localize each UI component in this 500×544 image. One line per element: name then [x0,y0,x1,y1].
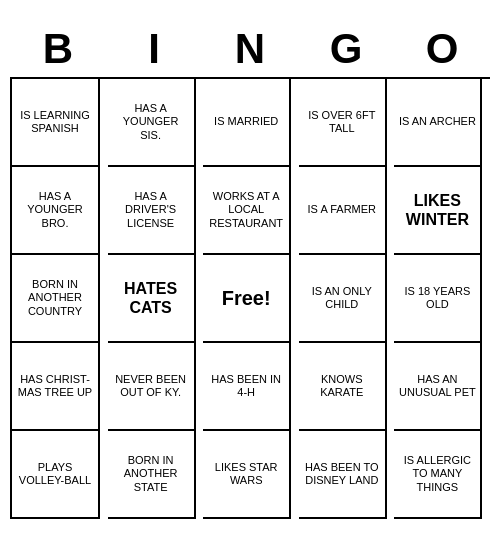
bingo-cell-8[interactable]: IS A FARMER [299,167,387,255]
bingo-grid: IS LEARNING SPANISHHAS A YOUNGER SIS.IS … [10,77,490,519]
bingo-cell-2[interactable]: IS MARRIED [203,79,291,167]
bingo-cell-1[interactable]: HAS A YOUNGER SIS. [108,79,196,167]
bingo-cell-9[interactable]: LIKES WINTER [394,167,482,255]
bingo-letter-n: N [206,25,294,73]
bingo-cell-21[interactable]: BORN IN ANOTHER STATE [108,431,196,519]
bingo-cell-20[interactable]: PLAYS VOLLEY-BALL [12,431,100,519]
bingo-cell-7[interactable]: WORKS AT A LOCAL RESTAURANT [203,167,291,255]
bingo-cell-24[interactable]: IS ALLERGIC TO MANY THINGS [394,431,482,519]
bingo-cell-16[interactable]: NEVER BEEN OUT OF KY. [108,343,196,431]
bingo-cell-3[interactable]: IS OVER 6FT TALL [299,79,387,167]
bingo-letter-b: B [14,25,102,73]
bingo-cell-0[interactable]: IS LEARNING SPANISH [12,79,100,167]
bingo-card: BINGO IS LEARNING SPANISHHAS A YOUNGER S… [10,25,490,519]
bingo-cell-12[interactable]: Free! [203,255,291,343]
bingo-cell-17[interactable]: HAS BEEN IN 4-H [203,343,291,431]
bingo-header: BINGO [10,25,490,73]
bingo-cell-10[interactable]: BORN IN ANOTHER COUNTRY [12,255,100,343]
bingo-cell-22[interactable]: LIKES STAR WARS [203,431,291,519]
bingo-cell-5[interactable]: HAS A YOUNGER BRO. [12,167,100,255]
bingo-letter-o: O [398,25,486,73]
bingo-letter-i: I [110,25,198,73]
bingo-cell-15[interactable]: HAS CHRIST-MAS TREE UP [12,343,100,431]
bingo-letter-g: G [302,25,390,73]
bingo-cell-19[interactable]: HAS AN UNUSUAL PET [394,343,482,431]
bingo-cell-14[interactable]: IS 18 YEARS OLD [394,255,482,343]
bingo-cell-11[interactable]: HATES CATS [108,255,196,343]
bingo-cell-23[interactable]: HAS BEEN TO DISNEY LAND [299,431,387,519]
bingo-cell-18[interactable]: KNOWS KARATE [299,343,387,431]
bingo-cell-6[interactable]: HAS A DRIVER'S LICENSE [108,167,196,255]
bingo-cell-4[interactable]: IS AN ARCHER [394,79,482,167]
bingo-cell-13[interactable]: IS AN ONLY CHILD [299,255,387,343]
